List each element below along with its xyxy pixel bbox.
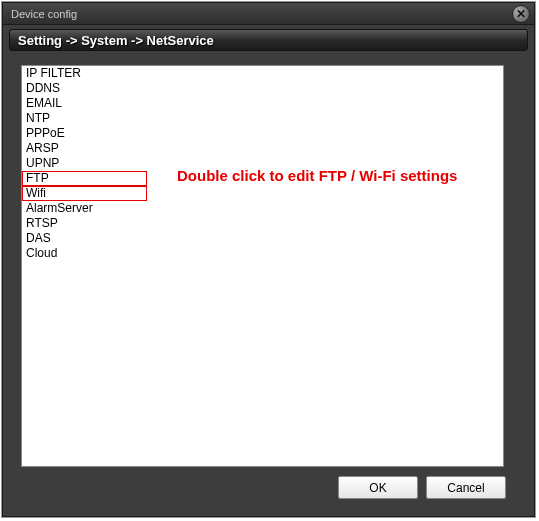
window-title: Device config [11, 8, 512, 20]
config-window: Device config ✕ Setting -> System -> Net… [2, 2, 535, 517]
list-item[interactable]: EMAIL [22, 96, 503, 111]
list-item[interactable]: ARSP [22, 141, 503, 156]
list-item[interactable]: NTP [22, 111, 503, 126]
content-area: IP FILTER DDNS EMAIL NTP PPPoE ARSP UPNP… [9, 55, 528, 510]
list-item[interactable]: Wifi [22, 186, 503, 201]
list-item[interactable]: AlarmServer [22, 201, 503, 216]
titlebar: Device config ✕ [3, 3, 534, 25]
service-listbox[interactable]: IP FILTER DDNS EMAIL NTP PPPoE ARSP UPNP… [21, 65, 504, 467]
ok-button[interactable]: OK [338, 476, 418, 499]
list-item[interactable]: Cloud [22, 246, 503, 261]
breadcrumb: Setting -> System -> NetService [9, 29, 528, 51]
annotation-text: Double click to edit FTP / Wi-Fi setting… [177, 166, 477, 186]
list-item[interactable]: IP FILTER [22, 66, 503, 81]
close-button[interactable]: ✕ [512, 5, 530, 23]
list-item[interactable]: RTSP [22, 216, 503, 231]
cancel-button[interactable]: Cancel [426, 476, 506, 499]
list-item[interactable]: DDNS [22, 81, 503, 96]
list-item[interactable]: DAS [22, 231, 503, 246]
button-row: OK Cancel [338, 476, 506, 499]
list-item[interactable]: PPPoE [22, 126, 503, 141]
close-icon: ✕ [516, 8, 526, 20]
breadcrumb-text: Setting -> System -> NetService [18, 33, 214, 48]
